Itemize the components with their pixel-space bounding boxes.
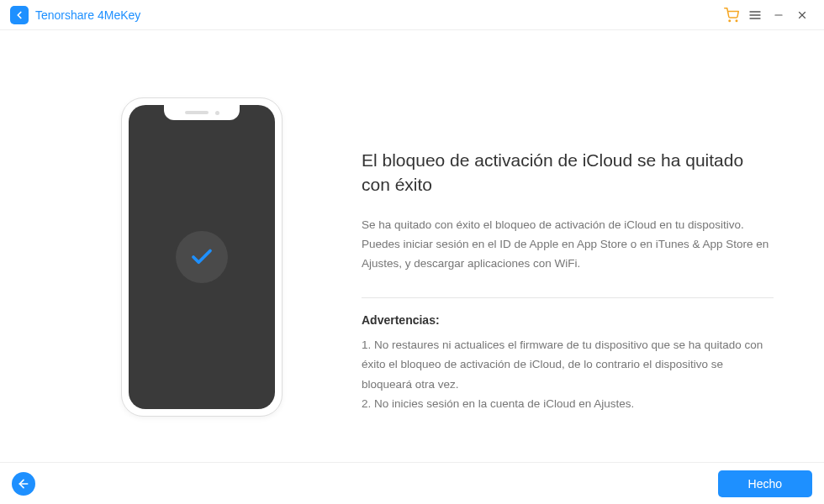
footer: Hecho — [0, 462, 824, 504]
warnings-title: Advertencias: — [362, 313, 774, 327]
svg-point-1 — [736, 20, 737, 22]
main-content: El bloqueo de activación de iCloud se ha… — [0, 30, 824, 462]
success-check-icon — [176, 231, 228, 283]
app-title: Tenorshare 4MeKey — [35, 8, 140, 22]
back-button[interactable] — [12, 472, 35, 496]
close-button[interactable] — [790, 3, 814, 27]
phone-mockup — [121, 97, 283, 417]
warning-item: 2. No inicies sesión en la cuenta de iCl… — [362, 394, 774, 414]
content-column: El bloqueo de activación de iCloud se ha… — [362, 55, 782, 414]
divider — [362, 297, 774, 298]
cart-icon[interactable] — [720, 3, 743, 27]
success-heading: El bloqueo de activación de iCloud se ha… — [362, 148, 774, 197]
phone-screen — [129, 105, 275, 409]
menu-icon[interactable] — [743, 3, 767, 27]
minimize-button[interactable] — [767, 3, 790, 27]
warning-item: 1. No restaures ni actualices el firmwar… — [362, 335, 774, 395]
titlebar: Tenorshare 4MeKey — [0, 0, 824, 30]
done-button[interactable]: Hecho — [718, 470, 812, 497]
app-logo-icon — [10, 6, 29, 24]
success-description: Se ha quitado con éxito el bloqueo de ac… — [362, 216, 774, 274]
svg-point-0 — [729, 20, 731, 22]
phone-notch — [164, 105, 240, 120]
phone-illustration-column — [42, 55, 362, 417]
